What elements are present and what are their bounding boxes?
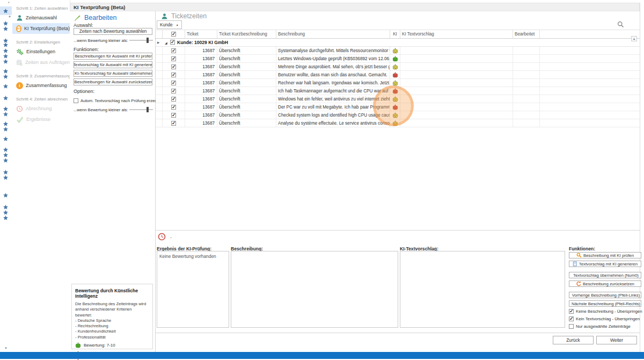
row-checkbox-cell[interactable] bbox=[163, 119, 185, 127]
star-icon[interactable] bbox=[3, 215, 9, 221]
cell-ki-rating bbox=[390, 87, 400, 95]
star-icon[interactable] bbox=[3, 157, 9, 163]
next-description-button[interactable]: Nächste Beschreibung (Pfeil-Rechts) bbox=[569, 300, 641, 307]
header-bearbeitet[interactable]: Bearbeitet bbox=[513, 30, 540, 38]
group-row-kunde[interactable]: ▶ ◢ Kunde: 10029 KI GmbH bbox=[156, 39, 640, 47]
row-checkbox[interactable] bbox=[171, 121, 176, 126]
back-button[interactable]: Zurück bbox=[553, 336, 594, 344]
header-kurzbeschreibung[interactable]: Ticket Kurzbeschreibung bbox=[217, 30, 276, 38]
reset-descriptions-button[interactable]: Beschreibungen für Auswahl zurücksetzen bbox=[74, 78, 152, 85]
generate-suggestion-ai-button[interactable]: Textvorschlag mit KI generieren bbox=[569, 261, 641, 267]
row-checkbox[interactable] bbox=[171, 89, 176, 93]
star-icon[interactable] bbox=[3, 111, 9, 117]
skip-no-description-checkbox[interactable] bbox=[569, 309, 574, 314]
generate-suggestions-ai-button[interactable]: Textvorschlag für Auswahl mit KI generie… bbox=[74, 61, 152, 68]
header-ki-textvorschlag[interactable]: KI Textvorschlag bbox=[400, 30, 513, 38]
sidebar-item-label: Zeitenauswahl bbox=[26, 15, 57, 20]
header-ticket[interactable]: Ticket bbox=[185, 30, 217, 38]
apply-suggestions-button[interactable]: KI-Textvorschlag für Auswahl übernehmen bbox=[74, 70, 152, 77]
robot-rating-icon bbox=[75, 342, 81, 348]
row-focus-arrow-icon: ▶ bbox=[157, 41, 159, 44]
row-checkbox[interactable] bbox=[171, 64, 176, 69]
rating-slider-2[interactable] bbox=[129, 109, 153, 110]
row-checkbox-cell[interactable] bbox=[163, 95, 185, 103]
group-checkbox[interactable] bbox=[170, 40, 175, 45]
auto-suggestion-checkbox[interactable] bbox=[74, 98, 78, 103]
star-icon[interactable] bbox=[3, 74, 9, 80]
step-group-3: Schritt 3: Zusammenfassung bbox=[16, 74, 70, 78]
row-checkbox-cell[interactable] bbox=[163, 63, 185, 70]
header-ki[interactable]: KI bbox=[390, 30, 400, 38]
select-all-checkbox[interactable] bbox=[171, 32, 176, 37]
select-by-rating-button[interactable]: Zeiten nach Bewertung auswählen bbox=[74, 28, 152, 35]
star-icon[interactable] bbox=[3, 95, 9, 101]
table-row[interactable]: 13687 Überschrift Checked system logs an… bbox=[156, 111, 640, 119]
star-icon[interactable] bbox=[3, 192, 9, 198]
row-checkbox[interactable] bbox=[171, 56, 176, 61]
previous-description-button[interactable]: Vorherige Beschreibung (Pfeil-Links) bbox=[569, 292, 641, 298]
row-checkbox[interactable] bbox=[171, 113, 176, 118]
chip-label: Kunde bbox=[160, 23, 173, 27]
legend-intro: Die Beschreibung des Zeiteintrags wird a… bbox=[75, 301, 149, 318]
row-checkbox-cell[interactable] bbox=[163, 47, 185, 54]
group-by-kunde-chip[interactable]: Kunde ▲ bbox=[157, 20, 182, 29]
slider-handle[interactable] bbox=[147, 107, 149, 112]
apply-suggestion-button[interactable]: Textvorschlag übernehmen (Num0) bbox=[569, 272, 641, 278]
header-select-all-cell[interactable] bbox=[163, 30, 185, 38]
slider-handle[interactable] bbox=[147, 38, 149, 43]
ergebnis-textbox[interactable]: Keine Bewertung vorhanden bbox=[157, 251, 229, 328]
only-selected-entries-checkbox[interactable] bbox=[569, 324, 574, 329]
row-checkbox[interactable] bbox=[171, 73, 176, 77]
gears-icon bbox=[16, 48, 24, 55]
sidebar-item-einstellungen[interactable]: Einstellungen bbox=[12, 46, 70, 57]
row-checkbox[interactable] bbox=[171, 48, 176, 53]
star-icon[interactable] bbox=[3, 175, 9, 181]
row-checkbox-cell[interactable] bbox=[163, 111, 185, 119]
skip-no-suggestion-checkbox[interactable] bbox=[569, 316, 574, 321]
star-icon[interactable] bbox=[3, 126, 9, 132]
collapse-chevron-icon[interactable]: ‹ bbox=[8, 0, 10, 5]
table-row[interactable]: 13687 Überschrift Benutzer wollte, dass … bbox=[156, 71, 640, 79]
cell-ticket: 13687 bbox=[185, 63, 217, 70]
scroll-down-icon[interactable]: ▼ bbox=[4, 347, 8, 350]
row-checkbox-cell[interactable] bbox=[163, 71, 185, 78]
star-icon[interactable] bbox=[3, 59, 9, 64]
reset-description-button[interactable]: Beschreibung zurücksetzen bbox=[569, 280, 641, 287]
row-checkbox-cell[interactable] bbox=[163, 87, 185, 95]
beschreibung-textbox[interactable] bbox=[231, 251, 398, 328]
table-row[interactable]: 13687 Überschrift Letztes Windows-Update… bbox=[156, 55, 640, 63]
row-checkbox-cell[interactable] bbox=[163, 55, 185, 62]
table-row[interactable]: 13687 Überschrift Windows hat ein fehler… bbox=[156, 95, 640, 103]
sidebar-item-zusammenfassung[interactable]: i Zusammenfassung bbox=[12, 80, 70, 91]
row-checkbox-cell[interactable] bbox=[163, 103, 185, 111]
star-icon[interactable] bbox=[3, 8, 9, 14]
search-icon[interactable] bbox=[617, 21, 624, 28]
check-description-ai-button[interactable]: Beschreibung mit KI prüfen bbox=[569, 252, 641, 258]
row-checkbox[interactable] bbox=[171, 97, 176, 102]
row-checkbox-cell[interactable] bbox=[163, 79, 185, 87]
star-icon[interactable] bbox=[3, 26, 9, 32]
scroll-top-button[interactable]: ▲ bbox=[631, 36, 637, 41]
table-row[interactable]: 13687 Überschrift Rechner war halt langs… bbox=[156, 79, 640, 87]
row-checkbox[interactable] bbox=[171, 105, 176, 110]
cell-ki-rating bbox=[390, 95, 400, 103]
textvorschlag-textbox[interactable] bbox=[400, 251, 565, 328]
sidebar-item-zeitenauswahl[interactable]: Zeitenauswahl bbox=[12, 12, 70, 23]
star-icon[interactable] bbox=[3, 42, 9, 48]
star-icon[interactable] bbox=[3, 83, 9, 89]
check-descriptions-ai-button[interactable]: Beschreibungen für Auswahl mit KI prüfen bbox=[74, 53, 152, 60]
rating-slider[interactable] bbox=[129, 40, 153, 41]
group-expand-icon[interactable]: ◢ bbox=[165, 41, 167, 45]
row-checkbox[interactable] bbox=[171, 81, 176, 85]
next-button[interactable]: Weiter bbox=[596, 336, 637, 344]
table-row[interactable]: 13687 Überschrift Systemanalyse durchgef… bbox=[156, 47, 640, 55]
table-row[interactable]: 13687 Überschrift Ich hab Taskmannager a… bbox=[156, 87, 640, 95]
table-row[interactable]: 13687 Überschrift Mehrere Dinge ausprobi… bbox=[156, 63, 640, 71]
cell-filler bbox=[540, 119, 635, 127]
table-row[interactable]: 13687 Überschrift Analyse du système eff… bbox=[156, 119, 640, 127]
header-beschreibung[interactable]: Beschreibung bbox=[276, 30, 390, 38]
robot-rating-icon bbox=[392, 104, 398, 110]
star-icon[interactable] bbox=[3, 136, 9, 142]
table-row[interactable]: 13687 Überschrift Der PC war zu voll mit… bbox=[156, 103, 640, 111]
sidebar-item-ki-textpruefung[interactable]: KI KI Textprüfung (Beta) bbox=[12, 23, 70, 34]
